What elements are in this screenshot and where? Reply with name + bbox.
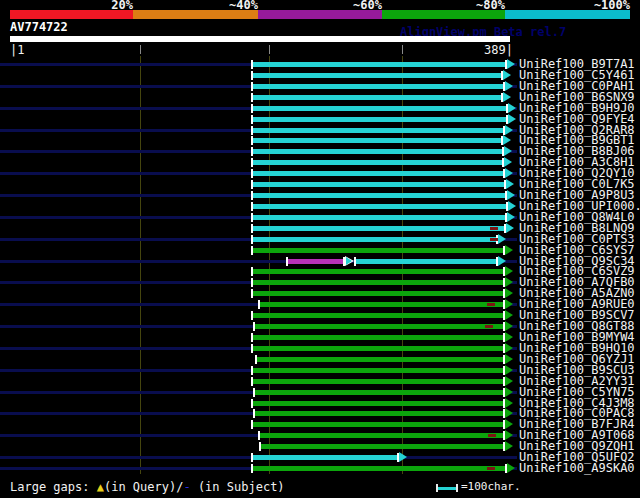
ruler-tick [402, 45, 403, 54]
hit-bar[interactable] [253, 73, 501, 78]
end-arrow-icon [505, 321, 513, 331]
end-arrow-icon [505, 81, 513, 91]
hit-label[interactable]: UniRef100_A9SKA0 [519, 462, 635, 474]
alignment-overview: 20%~40%~60%~80%~100% AV774722 AlignView.… [0, 0, 640, 498]
hit-bar[interactable] [255, 411, 503, 416]
hit-bar[interactable] [253, 269, 503, 274]
hit-bar[interactable] [257, 357, 503, 362]
hit-bar[interactable] [253, 215, 505, 220]
end-arrow-icon [498, 256, 506, 266]
hit-bar[interactable] [253, 62, 505, 67]
end-arrow-icon [507, 59, 515, 69]
hit-bar[interactable] [253, 455, 397, 460]
gap-marker [488, 434, 496, 437]
end-arrow-icon [503, 92, 511, 102]
end-arrow-icon [507, 212, 515, 222]
end-arrow-icon [505, 299, 513, 309]
end-arrow-icon [507, 463, 515, 473]
hit-bar[interactable] [253, 128, 503, 133]
colorbar-segment [10, 10, 133, 19]
colorbar-segment [133, 10, 258, 19]
end-arrow-icon [505, 288, 513, 298]
gap-marker [487, 303, 495, 306]
large-gaps-legend: Large gaps: ▲(in Query)/- (in Subject) [10, 481, 285, 494]
hit-bar[interactable] [260, 302, 503, 307]
hit-bar[interactable] [253, 138, 501, 143]
hit-bar[interactable] [253, 379, 503, 384]
mid-arrow-icon-inner [346, 257, 352, 265]
hit-bar[interactable] [253, 160, 502, 165]
end-arrow-icon [504, 157, 512, 167]
hit-bar[interactable] [253, 248, 503, 253]
end-arrow-icon [504, 146, 512, 156]
end-arrow-icon [505, 376, 513, 386]
hit-bar[interactable] [253, 171, 503, 176]
end-arrow-icon [498, 234, 506, 244]
hit-bar[interactable] [253, 368, 503, 373]
end-arrow-icon [505, 441, 513, 451]
gap-marker [490, 227, 498, 230]
end-arrow-icon [505, 277, 513, 287]
query-id: AV774722 [10, 21, 68, 33]
end-arrow-icon [399, 452, 407, 462]
end-arrow-icon [505, 266, 513, 276]
end-arrow-icon [503, 70, 511, 80]
end-arrow-icon [505, 332, 513, 342]
hit-bar[interactable] [356, 259, 496, 264]
query-sequence-bar [10, 36, 510, 42]
end-arrow-icon [505, 419, 513, 429]
end-arrow-icon [506, 223, 514, 233]
hit-bar[interactable] [253, 149, 502, 154]
gap-marker [485, 325, 493, 328]
ruler-tick [269, 45, 270, 54]
hit-bar[interactable] [253, 106, 506, 111]
scale-sample-label: =100char. [461, 481, 521, 493]
colorbar-segment [258, 10, 382, 19]
end-arrow-icon [503, 135, 511, 145]
hit-bar[interactable] [253, 401, 503, 406]
ruler-start-label: |1 [10, 44, 24, 56]
hit-bar[interactable] [253, 95, 501, 100]
hit-bar[interactable] [255, 390, 503, 395]
gap-legend-part: - [183, 480, 190, 494]
ruler-end-label: 389| [484, 44, 513, 56]
gap-marker [490, 238, 498, 241]
hit-bar[interactable] [260, 433, 503, 438]
end-arrow-icon [505, 354, 513, 364]
hit-bar-prefix[interactable] [288, 259, 343, 264]
end-arrow-icon [508, 114, 516, 124]
hit-bar[interactable] [253, 84, 503, 89]
ruler-tick [140, 45, 141, 54]
hit-bar[interactable] [253, 346, 503, 351]
hit-bar[interactable] [255, 324, 503, 329]
hit-bar[interactable] [253, 237, 496, 242]
hit-bar[interactable] [253, 117, 506, 122]
colorbar-segment [382, 10, 505, 19]
end-arrow-icon [506, 179, 514, 189]
hit-bar[interactable] [261, 444, 503, 449]
end-arrow-icon [505, 310, 513, 320]
hit-bar[interactable] [253, 226, 504, 231]
end-arrow-icon [505, 343, 513, 353]
gap-legend-part: Large gaps: [10, 480, 97, 494]
hit-bar[interactable] [253, 193, 505, 198]
end-arrow-icon [505, 408, 513, 418]
hit-bar[interactable] [253, 466, 505, 471]
end-arrow-icon [508, 201, 516, 211]
hit-bar[interactable] [253, 204, 506, 209]
colorbar-segment [505, 10, 630, 19]
gap-legend-part: (in Query)/ [104, 480, 183, 494]
hit-bar[interactable] [253, 313, 503, 318]
end-arrow-icon [505, 125, 513, 135]
hit-bar[interactable] [253, 422, 503, 427]
scale-sample-line [438, 487, 456, 490]
hit-bar[interactable] [253, 182, 504, 187]
hit-bar[interactable] [253, 280, 503, 285]
gap-marker [487, 467, 495, 470]
end-arrow-icon [505, 430, 513, 440]
scale-sample-tick [456, 484, 458, 492]
hit-bar[interactable] [253, 291, 503, 296]
hit-bar[interactable] [253, 335, 503, 340]
end-arrow-icon [507, 190, 515, 200]
end-arrow-icon [505, 168, 513, 178]
